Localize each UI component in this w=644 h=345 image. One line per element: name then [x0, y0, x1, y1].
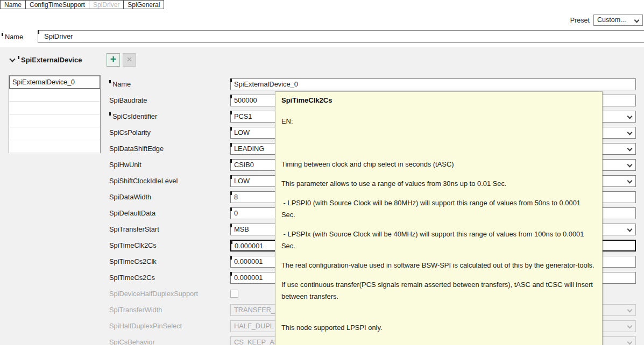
module-name-value: SpiDriver [38, 31, 644, 42]
field-label: SpiDefaultData [109, 205, 155, 221]
tooltip-paragraph [281, 147, 596, 151]
field-label: SpiHwUnit [109, 157, 141, 173]
collapse-chevron-icon[interactable] [9, 56, 15, 62]
modified-marker-icon [109, 80, 111, 83]
section-header: SpiExternalDevice + × [0, 53, 644, 69]
field-label: SpiDataShiftEdge [109, 141, 164, 157]
field-label: SpiTransferWidth [109, 302, 162, 318]
field-label: SpiCsIdentifier [109, 109, 157, 125]
field-label: SpiTimeClk2Cs [109, 238, 157, 254]
field-label: SpiDataWidth [109, 189, 151, 205]
list-item[interactable]: SpiExternalDevice_0 [9, 76, 100, 89]
tooltip-paragraph: This node supported LPSPI only. [281, 322, 596, 334]
list-empty-row [9, 140, 100, 153]
field-label: Name [109, 76, 131, 92]
form-row-Name: NameSpiExternalDevice_0 [109, 76, 636, 92]
list-empty-row [9, 89, 100, 102]
section-title: SpiExternalDevice [18, 56, 82, 64]
preset-label: Preset [570, 17, 590, 24]
field-label: SpiTimeCs2Cs [109, 270, 155, 286]
field-label: SpiTransferStart [109, 221, 159, 238]
tooltip-paragraph: This parameter allows to use a range of … [281, 178, 596, 190]
tooltip-paragraph: If use continuous transfer(PCS signals r… [281, 279, 596, 303]
field-value: SpiExternalDevice_0 [231, 79, 635, 90]
add-button[interactable]: + [107, 53, 120, 67]
remove-button[interactable]: × [123, 53, 136, 67]
preset-row: Preset Custom... [570, 15, 643, 26]
tooltip-paragraph: EN: [281, 116, 596, 127]
list-empty-row [9, 127, 100, 140]
list-empty-row [9, 114, 100, 127]
tooltip-paragraph: - LPSPI0 (with Source Clock will be 80MH… [281, 197, 596, 221]
tab-configtimesupport[interactable]: ConfigTimeSupport [25, 0, 89, 9]
module-name-input[interactable]: SpiDriver [38, 30, 644, 43]
tab-name[interactable]: Name [0, 0, 26, 9]
plus-icon: + [110, 53, 117, 65]
tooltip: SpiTimeClk2Cs EN:Timing between clock an… [275, 91, 603, 345]
module-name-row: Name SpiDriver [0, 30, 644, 43]
list-empty-row [9, 102, 100, 114]
tab-spigeneral[interactable]: SpiGeneral [123, 0, 164, 9]
checkbox-SpiDeviceHalfDuplexSupport [230, 290, 238, 298]
tooltip-paragraph [281, 310, 596, 314]
input-Name[interactable]: SpiExternalDevice_0 [230, 78, 636, 90]
modified-marker-icon [2, 33, 3, 36]
tooltip-paragraph [281, 135, 596, 139]
field-label: SpiCsPolarity [109, 125, 151, 141]
preset-select[interactable]: Custom... [593, 15, 643, 26]
tab-bar: NameConfigTimeSupportSpiDriverSpiGeneral [0, 0, 164, 9]
app-window: NameConfigTimeSupportSpiDriverSpiGeneral… [0, 0, 644, 345]
field-label: SpiCsBehavior [109, 334, 155, 345]
tooltip-title: SpiTimeClk2Cs [281, 96, 596, 104]
module-name-label: Name [2, 33, 23, 41]
tab-spidriver[interactable]: SpiDriver [89, 0, 124, 9]
tooltip-paragraph: Timing between clock and chip select in … [281, 159, 596, 170]
field-label: SpiHalfDuplexPinSelect [109, 318, 182, 334]
field-label: SpiShiftClockIdleLevel [109, 173, 178, 189]
tooltip-paragraph: The real configuration-value used in sof… [281, 260, 596, 271]
modified-marker-icon [18, 56, 19, 59]
tooltip-body: EN:Timing between clock and chip select … [281, 116, 596, 334]
close-icon: × [127, 54, 132, 64]
modified-marker-icon [109, 112, 111, 116]
field-label: SpiDeviceHalfDuplexSupport [109, 286, 198, 302]
field-label: SpiTimeCs2Clk [109, 254, 157, 270]
device-list: SpiExternalDevice_0 [9, 75, 101, 153]
field-label: SpiBaudrate [109, 92, 147, 109]
tooltip-paragraph: - LPSPIx (with Source Clock will be 40MH… [281, 228, 596, 252]
